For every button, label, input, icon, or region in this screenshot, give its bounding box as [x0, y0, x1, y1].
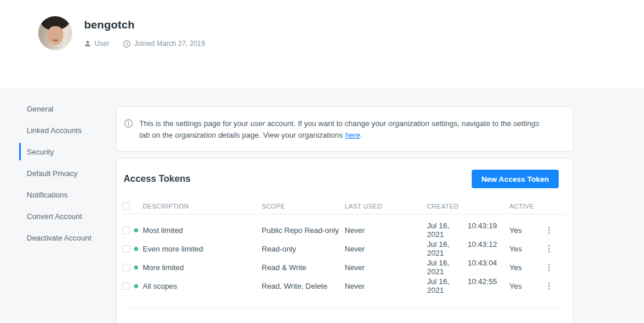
access-tokens-table: DESCRIPTIONSCOPELAST USEDCREATEDACTIVE M…	[122, 198, 566, 308]
account-type: User	[84, 40, 109, 48]
kebab-menu-icon[interactable]	[547, 281, 552, 292]
token-last-used: Never	[345, 263, 427, 272]
table-row: All scopesRead, Write, DeleteNeverJul 16…	[122, 277, 566, 295]
profile-username: bengotch	[84, 19, 205, 31]
table-row: Even more limitedRead-onlyNeverJul 16, 2…	[122, 239, 566, 258]
token-description-cell: More limited	[134, 263, 262, 272]
row-checkbox[interactable]	[122, 282, 130, 290]
table-header-row: DESCRIPTIONSCOPELAST USEDCREATEDACTIVE	[122, 198, 566, 214]
access-tokens-panel: Access Tokens New Access Token DESCRIPTI…	[116, 158, 573, 323]
avatar	[38, 16, 72, 50]
sidebar-item-default-privacy[interactable]: Default Privacy	[0, 163, 116, 184]
row-checkbox-cell	[122, 245, 134, 253]
token-description: Most limited	[143, 226, 183, 235]
column-header-created: CREATED	[427, 203, 509, 210]
column-header-active: ACTIVE	[509, 203, 547, 210]
token-scope: Public Repo Read-only	[262, 226, 345, 235]
token-last-used: Never	[345, 245, 427, 253]
clock-icon	[123, 40, 131, 48]
row-menu-cell	[547, 225, 566, 236]
token-last-used: Never	[345, 282, 427, 290]
settings-sidebar: GeneralLinked AccountsSecurityDefault Pr…	[0, 98, 116, 249]
kebab-menu-icon[interactable]	[547, 243, 552, 254]
column-header-description: DESCRIPTION	[134, 203, 262, 210]
active-status-dot	[134, 228, 138, 232]
token-description: More limited	[143, 263, 184, 272]
joined-date: Joined March 27, 2019	[123, 40, 205, 48]
active-status-dot	[134, 284, 138, 288]
organizations-link[interactable]: here	[345, 131, 360, 139]
token-description: All scopes	[143, 282, 177, 290]
sidebar-item-convert-account[interactable]: Convert Account	[0, 206, 116, 227]
column-header-scope: SCOPE	[262, 203, 345, 210]
banner-text-segment: .	[360, 131, 363, 139]
banner-text-segment: on the	[150, 131, 175, 139]
active-status-dot	[134, 247, 138, 251]
token-created-date: Jul 16, 2021	[427, 259, 468, 276]
token-active: Yes	[509, 282, 547, 290]
row-menu-cell	[547, 281, 566, 292]
kebab-menu-icon[interactable]	[547, 225, 552, 236]
token-created-time: 10:43:04	[468, 259, 497, 276]
token-created-time: 10:43:19	[468, 221, 497, 239]
sidebar-item-notifications[interactable]: Notifications	[0, 184, 116, 206]
token-active: Yes	[509, 263, 547, 272]
kebab-menu-icon[interactable]	[547, 262, 552, 273]
row-menu-cell	[547, 262, 566, 273]
token-description-cell: Most limited	[134, 226, 262, 235]
token-description: Even more limited	[143, 245, 203, 253]
banner-text-segment: settings, navigate to the	[429, 119, 513, 128]
table-bottom-divider	[124, 308, 565, 308]
token-created-time: 10:43:12	[468, 240, 497, 257]
row-checkbox[interactable]	[122, 227, 130, 234]
token-created-cell: Jul 16, 202110:43:04	[427, 259, 509, 276]
sidebar-item-linked-accounts[interactable]: Linked Accounts	[0, 120, 116, 141]
access-tokens-title: Access Tokens	[124, 174, 190, 184]
profile-meta: User Joined March 27, 2019	[84, 40, 205, 48]
new-access-token-button[interactable]: New Access Token	[472, 170, 559, 188]
select-all-checkbox[interactable]	[122, 202, 130, 210]
table-body: Most limitedPublic Repo Read-onlyNeverJu…	[122, 214, 566, 295]
settings-content: GeneralLinked AccountsSecurityDefault Pr…	[0, 88, 644, 323]
banner-emphasis: organization	[388, 119, 429, 128]
token-scope: Read-only	[262, 245, 345, 253]
banner-emphasis: organization details	[175, 131, 240, 139]
row-menu-cell	[547, 243, 566, 254]
token-created-date: Jul 16, 2021	[427, 221, 468, 239]
settings-main: This is the settings page for your user …	[116, 106, 573, 323]
token-active: Yes	[509, 226, 547, 235]
token-description-cell: Even more limited	[134, 245, 262, 253]
joined-date-label: Joined March 27, 2019	[134, 40, 205, 48]
row-checkbox-cell	[122, 227, 134, 234]
table-header-checkbox-cell	[122, 202, 134, 210]
table-row: More limitedRead & WriteNeverJul 16, 202…	[122, 258, 566, 277]
profile-info: bengotch User Joined March 27, 2019	[84, 19, 205, 48]
token-created-date: Jul 16, 2021	[427, 240, 468, 257]
table-row: Most limitedPublic Repo Read-onlyNeverJu…	[122, 221, 566, 239]
row-checkbox[interactable]	[122, 245, 130, 253]
token-created-cell: Jul 16, 202110:43:19	[427, 221, 509, 239]
token-active: Yes	[509, 245, 547, 253]
access-tokens-header: Access Tokens New Access Token	[117, 159, 573, 188]
row-checkbox[interactable]	[122, 264, 130, 271]
banner-emphasis: user	[250, 119, 265, 128]
row-checkbox-cell	[122, 264, 134, 271]
token-scope: Read, Write, Delete	[262, 282, 345, 290]
info-icon	[124, 119, 133, 128]
profile-header: bengotch User Joined March 27, 2019	[0, 0, 644, 88]
row-checkbox-cell	[122, 282, 134, 290]
sidebar-item-security[interactable]: Security	[0, 141, 116, 163]
banner-text-segment: page. View your organizations	[240, 131, 345, 139]
banner-text: This is the settings page for your user …	[139, 118, 549, 141]
account-type-label: User	[95, 40, 109, 48]
token-created-cell: Jul 16, 202110:42:55	[427, 277, 509, 295]
sidebar-item-general[interactable]: General	[0, 98, 116, 120]
avatar-face	[48, 26, 63, 45]
banner-text-segment: account. If you want to change your	[265, 119, 388, 128]
active-status-dot	[134, 265, 138, 270]
token-created-cell: Jul 16, 202110:43:12	[427, 240, 509, 257]
info-banner: This is the settings page for your user …	[116, 106, 573, 152]
token-scope: Read & Write	[262, 263, 345, 272]
token-last-used: Never	[345, 226, 427, 235]
sidebar-item-deactivate-account[interactable]: Deactivate Account	[0, 227, 116, 249]
